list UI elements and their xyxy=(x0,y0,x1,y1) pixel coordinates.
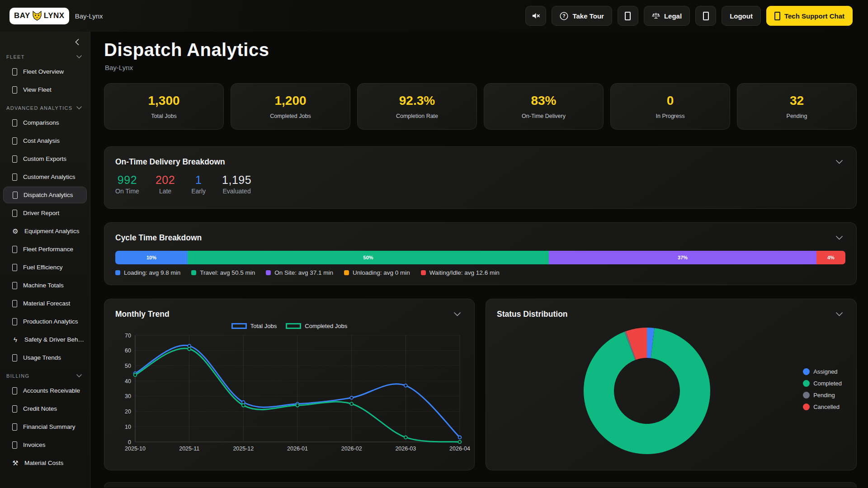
sidebar-item-driver-report[interactable]: Driver Report xyxy=(3,205,87,221)
sidebar-item-production-analytics[interactable]: Production Analytics xyxy=(3,313,87,330)
hammers-icon: ⚒ xyxy=(12,459,19,467)
sidebar-item-fleet-performance[interactable]: Fleet Performance xyxy=(3,241,87,258)
sidebar-item-dispatch-analytics[interactable]: Dispatch Analytics xyxy=(3,187,87,203)
placeholder-glyph-icon xyxy=(12,405,17,413)
cycle-segment-loading: 10% xyxy=(115,251,188,264)
data-point xyxy=(404,436,407,439)
status-legend-item-cancelled[interactable]: Cancelled xyxy=(803,404,842,410)
cycle-legend-label: On Site: avg 37.1 min xyxy=(274,269,333,276)
sidebar-item-material-costs[interactable]: ⚒Material Costs xyxy=(3,455,87,471)
sidebar-item-accounts-receivable[interactable]: Accounts Receivable xyxy=(3,382,87,399)
svg-text:2026-04: 2026-04 xyxy=(449,446,470,452)
legal-label: Legal xyxy=(664,12,682,20)
svg-text:?: ? xyxy=(563,13,566,19)
cycle-legend-label: Waiting/Idle: avg 12.6 min xyxy=(429,269,500,276)
take-tour-button[interactable]: ? Take Tour xyxy=(552,6,612,26)
status-legend-item-completed[interactable]: Completed xyxy=(803,380,842,387)
sidebar-section-advanced-analytics[interactable]: ADVANCED ANALYTICS xyxy=(0,99,90,113)
unknown-glyph-button-1[interactable] xyxy=(618,6,638,26)
kpi-card-pending: 32Pending xyxy=(737,83,857,130)
page-subtitle: Bay-Lynx xyxy=(105,64,857,71)
bay-lynx-logo[interactable]: BAY LYNX xyxy=(9,8,69,24)
placeholder-glyph-icon xyxy=(12,246,17,253)
placeholder-glyph-icon xyxy=(13,192,18,199)
status-collapse-button[interactable] xyxy=(833,308,845,320)
navbar-left: BAY LYNX Bay-Lynx xyxy=(9,8,103,24)
cycle-legend-item-loading: Loading: avg 9.8 min xyxy=(115,269,180,276)
svg-text:2026-01: 2026-01 xyxy=(287,446,308,452)
sidebar-item-cost-analysis[interactable]: Cost Analysis xyxy=(3,132,87,149)
placeholder-glyph-icon xyxy=(12,86,17,94)
kpi-value: 92.3% xyxy=(399,94,435,108)
kpi-card-on-time-delivery: 83%On-Time Delivery xyxy=(484,83,604,130)
chevron-down-icon xyxy=(836,236,843,240)
sidebar-item-credit-notes[interactable]: Credit Notes xyxy=(3,400,87,417)
ontime-delivery-card: On-Time Delivery Breakdown 992On Time202… xyxy=(104,146,857,209)
mute-button[interactable] xyxy=(525,6,546,26)
placeholder-glyph-icon xyxy=(12,155,17,163)
status-donut-chart xyxy=(581,325,713,457)
sidebar-item-machine-totals[interactable]: Machine Totals xyxy=(3,277,87,294)
sidebar-item-label: Material Forecast xyxy=(23,300,70,307)
sidebar-item-equipment-analytics[interactable]: ⚙Equipment Analytics xyxy=(3,223,87,239)
monthly-trend-card: Monthly Trend Total JobsCompleted Jobs 0… xyxy=(104,299,475,470)
cycle-legend-item-on-site: On Site: avg 37.1 min xyxy=(266,269,333,276)
logout-button[interactable]: Logout xyxy=(722,6,761,26)
trend-legend-item-total-jobs[interactable]: Total Jobs xyxy=(231,323,277,329)
status-distribution-card: Status Distribution AssignedCompletedPen… xyxy=(486,299,857,470)
cycle-segment-on-site: 37% xyxy=(549,251,816,264)
kpi-label: In Progress xyxy=(656,113,685,119)
tech-support-chat-button[interactable]: Tech Support Chat xyxy=(766,6,853,26)
status-card-title: Status Distribution xyxy=(497,310,568,319)
legend-swatch-icon xyxy=(421,270,426,275)
placeholder-glyph-icon xyxy=(12,68,17,75)
sidebar-item-label: Financial Summary xyxy=(23,423,75,430)
sidebar-item-label: Accounts Receivable xyxy=(23,387,80,394)
kpi-value: 32 xyxy=(790,94,804,108)
sidebar-item-custom-exports[interactable]: Custom Exports xyxy=(3,150,87,167)
status-legend-label: Pending xyxy=(813,392,835,399)
trend-legend-item-completed-jobs[interactable]: Completed Jobs xyxy=(286,323,347,329)
cycle-legend-item-travel: Travel: avg 50.5 min xyxy=(191,269,255,276)
sidebar-collapse-button[interactable] xyxy=(73,37,81,48)
ontime-card-title: On-Time Delivery Breakdown xyxy=(115,157,225,167)
unknown-glyph-button-2[interactable] xyxy=(695,6,716,26)
sidebar-item-customer-analytics[interactable]: Customer Analytics xyxy=(3,169,87,185)
sidebar-section-label: BILLING xyxy=(6,373,29,379)
placeholder-glyph-icon xyxy=(12,354,17,361)
sidebar-section-fleet[interactable]: FLEET xyxy=(0,48,90,62)
sidebar-item-financial-summary[interactable]: Financial Summary xyxy=(3,418,87,435)
status-legend-item-pending[interactable]: Pending xyxy=(803,392,842,399)
sidebar-item-label: Driver Report xyxy=(23,210,59,216)
sidebar-item-invoices[interactable]: Invoices xyxy=(3,436,87,453)
svg-text:10: 10 xyxy=(125,424,131,430)
cycle-stacked-bar: 10%50%37%4% xyxy=(115,251,845,264)
data-point xyxy=(134,373,137,376)
sidebar-item-label: Credit Notes xyxy=(23,405,57,412)
legal-button[interactable]: Legal xyxy=(644,6,690,26)
sidebar-section-billing[interactable]: BILLING xyxy=(0,367,90,381)
sidebar-item-fuel-efficiency[interactable]: Fuel Efficiency xyxy=(3,259,87,276)
logo-text-bay: BAY xyxy=(14,11,30,20)
status-legend-item-assigned[interactable]: Assigned xyxy=(803,368,842,375)
sidebar-section-label: ADVANCED ANALYTICS xyxy=(6,105,72,111)
sidebar-item-usage-trends[interactable]: Usage Trends xyxy=(3,349,87,366)
logout-label: Logout xyxy=(730,12,753,20)
trend-collapse-button[interactable] xyxy=(451,308,463,320)
placeholder-glyph-icon xyxy=(12,174,17,181)
cycle-collapse-button[interactable] xyxy=(833,232,845,244)
trend-legend: Total JobsCompleted Jobs xyxy=(115,323,463,329)
sidebar-item-fleet-overview[interactable]: Fleet Overview xyxy=(3,63,87,80)
cycle-segment-waiting-idle: 4% xyxy=(816,251,845,264)
status-legend-label: Cancelled xyxy=(813,404,840,410)
data-point xyxy=(350,396,353,399)
sidebar-item-view-fleet[interactable]: View Fleet xyxy=(3,81,87,98)
sidebar-item-safety-driver-beh[interactable]: ϟSafety & Driver Beh… xyxy=(3,331,87,348)
ontime-collapse-button[interactable] xyxy=(833,156,845,168)
legend-swatch-icon xyxy=(115,270,120,275)
scales-icon xyxy=(652,12,660,20)
sidebar-item-material-forecast[interactable]: Material Forecast xyxy=(3,295,87,312)
sidebar-item-comparisons[interactable]: Comparisons xyxy=(3,114,87,131)
placeholder-glyph-icon xyxy=(12,387,17,394)
sidebar-item-label: Usage Trends xyxy=(23,354,61,361)
